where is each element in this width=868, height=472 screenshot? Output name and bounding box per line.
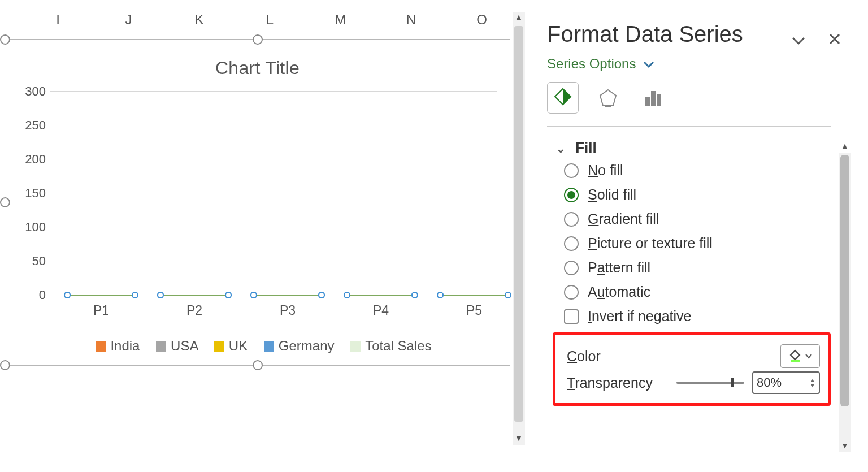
- legend-label: UK: [229, 338, 248, 353]
- y-tick: 0: [12, 288, 46, 302]
- transparency-label: Transparency: [567, 375, 653, 391]
- format-pane: Format Data Series Series Options ⌄ Fill: [537, 11, 853, 464]
- chart-title[interactable]: Chart Title: [5, 58, 510, 79]
- legend-swatch-icon: [96, 341, 106, 352]
- svg-rect-5: [651, 91, 656, 106]
- radio-selected-icon: [564, 188, 579, 202]
- color-label: Color: [567, 348, 601, 365]
- x-tick: P5: [440, 303, 508, 318]
- effects-tab[interactable]: [592, 82, 624, 114]
- spreadsheet-area: I J K L M N O Chart Title 0 50 100 150 2…: [0, 0, 528, 472]
- pane-scrollbar[interactable]: ▲ ▼: [839, 153, 851, 452]
- y-tick: 300: [12, 84, 46, 99]
- svg-rect-3: [605, 106, 611, 107]
- scroll-thumb[interactable]: [840, 155, 849, 406]
- transparency-slider[interactable]: [676, 382, 744, 384]
- legend-swatch-icon: [350, 341, 361, 352]
- scroll-up-icon[interactable]: ▲: [513, 12, 525, 24]
- vertical-scrollbar[interactable]: ▲ ▼: [513, 12, 525, 445]
- legend-swatch-icon: [264, 341, 274, 352]
- col-header[interactable]: L: [235, 12, 305, 37]
- paint-bucket-icon: [788, 349, 802, 363]
- gradient-fill-radio[interactable]: Gradient fill: [564, 211, 853, 227]
- legend-label: USA: [171, 338, 198, 353]
- legend-label: Total Sales: [365, 338, 431, 353]
- svg-marker-2: [600, 90, 616, 106]
- fill-section-header[interactable]: ⌄ Fill: [556, 139, 853, 157]
- selection-handle-icon[interactable]: [253, 34, 263, 45]
- radio-icon: [564, 236, 579, 251]
- no-fill-radio[interactable]: No fill: [564, 162, 853, 179]
- scroll-thumb[interactable]: [514, 26, 523, 422]
- selection-handle-icon[interactable]: [0, 360, 10, 370]
- invert-if-negative-checkbox[interactable]: Invert if negative: [564, 308, 853, 324]
- highlighted-controls: Color Transparency 80% ▲▼: [553, 332, 831, 406]
- picture-fill-radio[interactable]: Picture or texture fill: [564, 235, 853, 252]
- radio-icon: [564, 261, 579, 275]
- chevron-down-icon: [643, 56, 654, 71]
- selection-handle-icon[interactable]: [253, 360, 263, 370]
- pattern-fill-radio[interactable]: Pattern fill: [564, 259, 853, 276]
- scroll-up-icon[interactable]: ▲: [839, 141, 851, 153]
- chevron-down-icon: [805, 353, 812, 359]
- checkbox-icon: [564, 309, 579, 324]
- color-picker-button[interactable]: [780, 344, 820, 368]
- col-header[interactable]: J: [93, 12, 164, 37]
- col-header[interactable]: O: [446, 12, 517, 37]
- chart-object[interactable]: Chart Title 0 50 100 150 200 250 300: [5, 39, 510, 366]
- legend-swatch-icon: [214, 341, 224, 352]
- x-tick: P4: [347, 303, 415, 318]
- fill-line-tab[interactable]: [547, 82, 579, 114]
- svg-rect-7: [791, 360, 800, 362]
- x-tick: P2: [160, 303, 228, 318]
- y-tick: 150: [12, 186, 46, 201]
- col-header[interactable]: K: [164, 12, 235, 37]
- pane-options-dropdown[interactable]: [790, 32, 807, 50]
- col-header[interactable]: M: [305, 12, 376, 37]
- series-options-dropdown[interactable]: Series Options: [547, 56, 853, 72]
- legend-swatch-icon: [156, 341, 166, 352]
- scroll-down-icon[interactable]: ▼: [513, 434, 525, 445]
- pane-tabs: [547, 82, 831, 127]
- svg-rect-4: [645, 97, 650, 106]
- radio-icon: [564, 285, 579, 300]
- close-pane-button[interactable]: [826, 32, 843, 50]
- chevron-down-icon: ⌄: [556, 142, 566, 155]
- y-tick: 200: [12, 152, 46, 167]
- y-tick: 250: [12, 118, 46, 133]
- series-options-tab[interactable]: [637, 82, 669, 114]
- svg-rect-6: [657, 94, 661, 106]
- legend-label: India: [110, 338, 140, 353]
- slider-thumb-icon[interactable]: [731, 378, 734, 387]
- scroll-down-icon[interactable]: ▼: [839, 441, 851, 452]
- x-tick: P3: [254, 303, 322, 318]
- y-tick: 50: [12, 254, 46, 269]
- x-tick: P1: [67, 303, 135, 318]
- spinner-icon[interactable]: ▲▼: [810, 378, 815, 388]
- legend-label: Germany: [279, 338, 335, 353]
- column-headers: I J K L M N O: [0, 12, 509, 37]
- solid-fill-radio[interactable]: Solid fill: [564, 187, 853, 203]
- plot-area[interactable]: 0 50 100 150 200 250 300 P1: [50, 92, 497, 295]
- selection-handle-icon[interactable]: [0, 197, 10, 207]
- y-tick: 100: [12, 220, 46, 235]
- transparency-input[interactable]: 80% ▲▼: [752, 371, 820, 394]
- automatic-fill-radio[interactable]: Automatic: [564, 284, 853, 300]
- col-header[interactable]: I: [23, 12, 93, 37]
- radio-icon: [564, 212, 579, 227]
- fill-options: No fill Solid fill Gradient fill Picture…: [564, 162, 853, 324]
- legend[interactable]: India USA UK Germany Total Sales: [5, 338, 510, 354]
- col-header[interactable]: N: [376, 12, 446, 37]
- radio-icon: [564, 163, 579, 178]
- selection-handle-icon[interactable]: [0, 34, 10, 45]
